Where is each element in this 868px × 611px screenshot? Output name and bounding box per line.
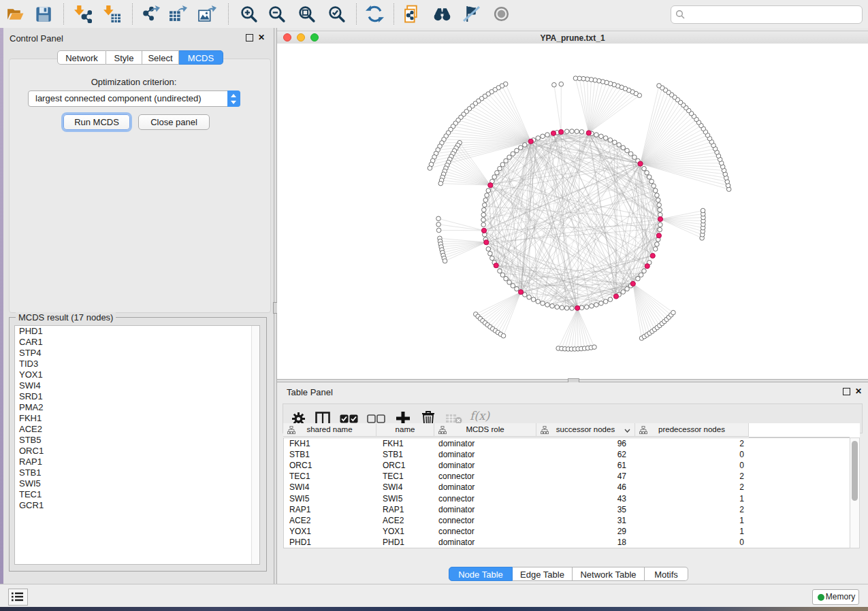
cell-MCDS-role: dominator — [435, 505, 541, 514]
desktop-wallpaper-bottom — [0, 606, 868, 611]
result-node[interactable]: RAP1 — [15, 457, 259, 467]
open-folder-icon[interactable] — [6, 5, 25, 23]
list-scrollbar[interactable] — [251, 326, 259, 564]
cell-name: STB1 — [377, 450, 440, 459]
tab-mcds[interactable]: MCDS — [179, 50, 223, 65]
cell-predecessor-nodes: 1 — [636, 494, 744, 503]
result-node[interactable]: ACE2 — [15, 424, 259, 435]
main-toolbar — [0, 0, 868, 29]
network-titlebar[interactable]: YPA_prune.txt_1 — [277, 31, 868, 44]
import-table-icon[interactable] — [103, 5, 121, 23]
table-row[interactable]: SWI5SWI5connector431 — [284, 493, 850, 504]
mcds-result-list: PHD1CAR1STP4TID3YOX1SWI4SRD1PMA2FKH1ACE2… — [14, 325, 260, 565]
close-panel-button[interactable]: Close panel — [138, 114, 210, 130]
result-node[interactable]: SWI5 — [15, 478, 259, 489]
function-icon[interactable]: f(x) — [470, 409, 489, 423]
result-node[interactable]: PHD1 — [15, 326, 259, 337]
result-node[interactable]: STB5 — [15, 435, 259, 446]
close-panel-icon[interactable]: ✕ — [855, 386, 862, 396]
result-node[interactable]: GCR1 — [15, 500, 259, 511]
clone-network-icon[interactable] — [403, 5, 421, 23]
eye-icon[interactable] — [492, 5, 511, 23]
binoculars-icon[interactable] — [433, 5, 451, 23]
export-image-icon[interactable] — [198, 5, 216, 23]
result-node[interactable]: STB1 — [15, 467, 259, 478]
cell-predecessor-nodes: 1 — [636, 516, 744, 525]
float-panel-icon[interactable] — [843, 388, 850, 395]
tab-motifs[interactable]: Motifs — [645, 567, 688, 581]
export-network-icon[interactable] — [142, 5, 160, 23]
hide-flag-icon[interactable] — [462, 5, 481, 23]
cell-name: TEC1 — [377, 472, 440, 481]
memory-label: Memory — [826, 592, 855, 601]
result-node[interactable]: TID3 — [15, 359, 259, 369]
scrollbar-thumb[interactable] — [852, 441, 858, 501]
result-node[interactable]: PMA2 — [15, 402, 259, 413]
network-canvas[interactable] — [277, 44, 868, 379]
table-row[interactable]: YOX1YOX1connector291 — [284, 526, 850, 537]
tab-style[interactable]: Style — [106, 50, 142, 65]
table-row[interactable]: SWI4SWI4dominator462 — [284, 482, 850, 493]
task-history-button[interactable] — [8, 589, 28, 606]
table-panel-title: Table Panel — [287, 387, 333, 397]
table-row[interactable]: STB1STB1dominator620 — [284, 449, 850, 460]
tab-network-table[interactable]: Network Table — [573, 567, 645, 581]
cell-predecessor-nodes: 1 — [636, 527, 744, 536]
result-node[interactable]: SRD1 — [15, 391, 259, 402]
deselect-all-icon[interactable] — [367, 414, 385, 423]
save-icon[interactable] — [34, 5, 52, 23]
cell-shared-name: STB1 — [284, 450, 383, 459]
table-row[interactable]: PHD1PHD1dominator180 — [284, 537, 850, 548]
table-scrollbar[interactable] — [850, 437, 860, 548]
network-window: YPA_prune.txt_1 — [277, 28, 868, 379]
result-node[interactable]: CAR1 — [15, 337, 259, 348]
result-node[interactable]: FKH1 — [15, 413, 259, 424]
optimization-select[interactable]: largest connected component (undirected) — [28, 90, 240, 107]
table-row[interactable]: TEC1TEC1connector472 — [284, 471, 850, 482]
column-header-MCDS-role[interactable]: MCDS role — [434, 423, 536, 437]
mcds-result-group: MCDS result (17 nodes) PHD1CAR1STP4TID3Y… — [9, 317, 267, 572]
cell-successor-nodes: 31 — [537, 516, 626, 525]
tab-network[interactable]: Network — [57, 50, 106, 65]
run-mcds-button[interactable]: Run MCDS — [63, 114, 130, 130]
select-all-icon[interactable] — [340, 414, 358, 423]
network-graph[interactable] — [277, 44, 868, 379]
table-row[interactable]: FKH1FKH1dominator962 — [284, 438, 850, 449]
column-header-shared-name[interactable]: shared name — [283, 423, 376, 437]
column-header-predecessor-nodes[interactable]: predecessor nodes — [635, 423, 749, 437]
refresh-icon[interactable] — [366, 5, 384, 23]
column-header-name[interactable]: name — [376, 423, 434, 437]
tab-node-table[interactable]: Node Table — [449, 567, 513, 581]
cell-predecessor-nodes: 2 — [636, 482, 744, 492]
export-table-icon[interactable] — [169, 5, 187, 23]
cell-successor-nodes: 35 — [537, 505, 626, 514]
zoom-selected-icon[interactable] — [327, 5, 346, 23]
tab-edge-table[interactable]: Edge Table — [513, 567, 573, 581]
tab-select[interactable]: Select — [142, 50, 179, 65]
column-header-successor-nodes[interactable]: successor nodes — [536, 423, 635, 437]
memory-button[interactable]: Memory — [812, 589, 859, 605]
table-row[interactable]: ORC1ORC1dominator610 — [284, 460, 850, 471]
cell-predecessor-nodes: 0 — [636, 461, 744, 470]
result-node[interactable]: STP4 — [15, 348, 259, 359]
table-row[interactable]: RAP1RAP1dominator352 — [284, 504, 850, 515]
result-node[interactable]: TEC1 — [15, 489, 259, 500]
table-row[interactable]: ACE2ACE2connector311 — [284, 515, 850, 526]
search-input[interactable] — [671, 5, 863, 24]
zoom-out-icon[interactable] — [268, 5, 286, 23]
import-network-icon[interactable] — [74, 5, 92, 23]
optimization-value: largest connected component (undirected) — [35, 91, 202, 106]
zoom-in-icon[interactable] — [240, 5, 258, 23]
cell-shared-name: PHD1 — [284, 538, 383, 547]
cell-shared-name: YOX1 — [284, 527, 383, 536]
result-node[interactable]: YOX1 — [15, 369, 259, 380]
control-panel-title: Control Panel — [10, 33, 63, 44]
toolbar-separator — [393, 3, 394, 24]
float-panel-icon[interactable] — [246, 34, 253, 42]
result-node[interactable]: SWI4 — [15, 380, 259, 391]
result-node[interactable]: ORC1 — [15, 446, 259, 457]
close-panel-icon[interactable]: ✕ — [258, 33, 265, 42]
mcds-result-title: MCDS result (17 nodes) — [16, 312, 116, 323]
cell-MCDS-role: dominator — [435, 538, 541, 547]
zoom-fit-icon[interactable] — [298, 5, 316, 23]
